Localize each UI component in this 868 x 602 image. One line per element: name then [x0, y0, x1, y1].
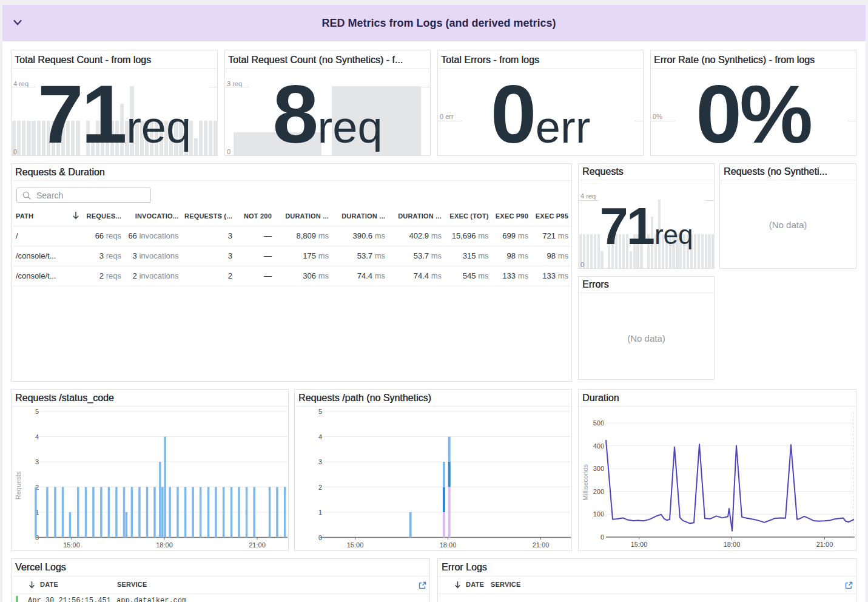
svg-text:400: 400 [593, 442, 604, 450]
svg-text:21:00: 21:00 [533, 541, 550, 549]
svg-text:18:00: 18:00 [156, 541, 173, 549]
svg-text:15:00: 15:00 [347, 541, 364, 549]
svg-text:5: 5 [318, 408, 322, 415]
svg-text:15:00: 15:00 [63, 541, 80, 549]
svg-text:200: 200 [593, 488, 604, 495]
svg-text:15:00: 15:00 [631, 541, 648, 548]
svg-text:Milliseconds: Milliseconds [582, 464, 589, 501]
svg-text:18:00: 18:00 [724, 541, 741, 548]
svg-text:3: 3 [318, 458, 322, 465]
svg-text:100: 100 [593, 510, 604, 518]
svg-text:18:00: 18:00 [440, 541, 457, 549]
svg-text:21:00: 21:00 [249, 541, 266, 549]
svg-text:300: 300 [593, 465, 604, 472]
svg-text:21:00: 21:00 [816, 541, 833, 548]
svg-text:3: 3 [35, 458, 39, 465]
svg-text:1: 1 [318, 509, 322, 516]
svg-text:4: 4 [35, 433, 39, 441]
svg-text:2: 2 [318, 484, 322, 491]
svg-text:5: 5 [35, 408, 39, 415]
svg-text:0: 0 [601, 533, 604, 541]
svg-text:Requests: Requests [15, 471, 22, 499]
svg-text:4: 4 [318, 433, 322, 441]
svg-text:500: 500 [593, 419, 604, 427]
